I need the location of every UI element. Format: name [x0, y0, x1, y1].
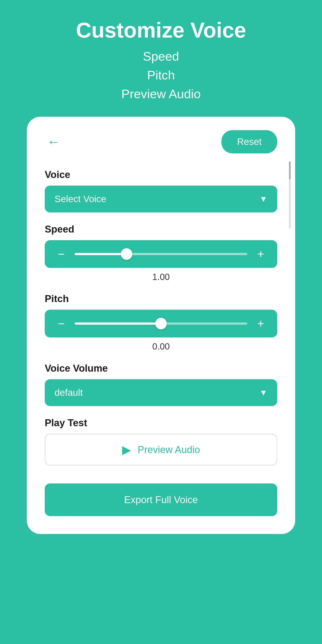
preview-audio-button[interactable]: ▶ Preview Audio	[45, 434, 277, 466]
volume-label: Voice Volume	[45, 363, 277, 374]
subtitle-speed: Speed	[76, 47, 246, 66]
speed-section: Speed − + 1.00	[45, 224, 277, 282]
subtitle-pitch: Pitch	[76, 66, 246, 84]
speed-label: Speed	[45, 224, 277, 235]
scrollbar[interactable]	[289, 162, 291, 228]
pitch-section: Pitch − + 0.00	[45, 293, 277, 352]
volume-dropdown-arrow-icon: ▼	[260, 388, 268, 397]
speed-slider-container: − +	[45, 240, 277, 268]
speed-slider-thumb[interactable]	[121, 248, 132, 260]
voice-dropdown-arrow-icon: ▼	[260, 194, 268, 204]
pitch-slider-track[interactable]	[75, 322, 247, 325]
export-full-voice-button[interactable]: Export Full Voice	[45, 484, 277, 516]
header-section: Customize Voice Speed Pitch Preview Audi…	[76, 18, 246, 103]
main-card: ← Reset Voice Select Voice ▼ Speed − + 1…	[27, 117, 295, 534]
card-header: ← Reset	[45, 130, 277, 154]
pitch-label: Pitch	[45, 293, 277, 304]
pitch-plus-button[interactable]: +	[254, 318, 268, 330]
voice-section: Voice Select Voice ▼	[45, 169, 277, 212]
play-test-label: Play Test	[45, 417, 277, 428]
play-icon: ▶	[122, 444, 131, 456]
scrollbar-thumb[interactable]	[289, 162, 291, 179]
speed-slider-fill	[75, 253, 126, 255]
reset-button[interactable]: Reset	[222, 130, 277, 154]
voice-select-text: Select Voice	[54, 194, 106, 204]
pitch-slider-container: − +	[45, 310, 277, 338]
page-title: Customize Voice	[76, 18, 246, 42]
volume-section: Voice Volume default ▼	[45, 363, 277, 406]
voice-select-dropdown[interactable]: Select Voice ▼	[45, 186, 277, 212]
back-arrow-icon: ←	[47, 134, 60, 149]
speed-minus-button[interactable]: −	[54, 248, 68, 260]
play-test-section: Play Test ▶ Preview Audio	[45, 417, 277, 466]
subtitle-preview: Preview Audio	[76, 84, 246, 103]
volume-select-dropdown[interactable]: default ▼	[45, 379, 277, 406]
header-subtitle: Speed Pitch Preview Audio	[76, 47, 246, 103]
pitch-minus-button[interactable]: −	[54, 318, 68, 330]
volume-select-text: default	[54, 387, 83, 398]
pitch-slider-fill	[75, 322, 161, 325]
preview-audio-text: Preview Audio	[138, 444, 200, 455]
back-button[interactable]: ←	[45, 133, 62, 151]
speed-plus-button[interactable]: +	[254, 248, 268, 260]
voice-label: Voice	[45, 169, 277, 180]
pitch-slider-thumb[interactable]	[155, 318, 167, 330]
pitch-value: 0.00	[45, 342, 277, 352]
speed-slider-track[interactable]	[75, 253, 247, 255]
speed-value: 1.00	[45, 272, 277, 282]
